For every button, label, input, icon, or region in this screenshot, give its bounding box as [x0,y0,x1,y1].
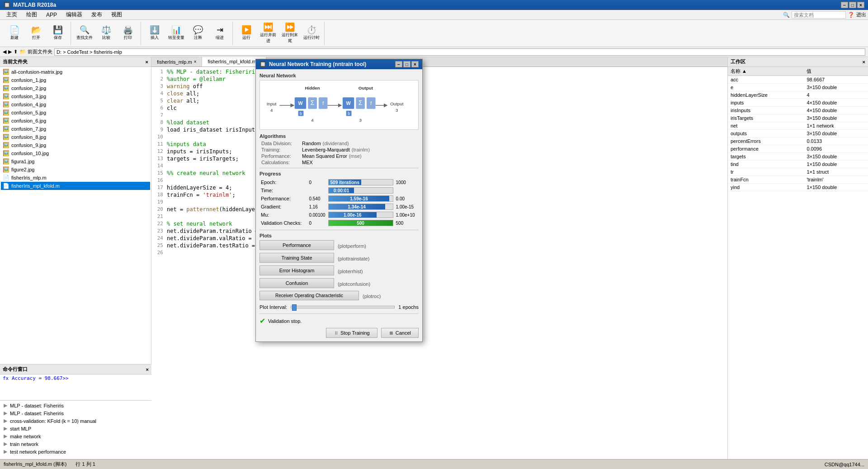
print-btn[interactable]: 🖨️ 打印 [118,23,138,44]
workspace-row[interactable]: targets 3×150 double [728,153,868,161]
algo-tr-value: Levenberg-Marquardt [302,147,350,152]
address-path[interactable]: D: > CodeTest > fisheriris-mlp [54,48,865,56]
dialog-buttons: ⏸ Stop Training ⏹ Cancel [259,328,419,338]
file-item[interactable]: 🖼️ confusion_4.jpg [1,100,150,109]
menu-publish[interactable]: 发布 [87,10,107,19]
menu-plot[interactable]: 绘图 [22,10,42,19]
dialog-minimize-btn[interactable]: − [395,61,402,67]
help-icon: ❓ [848,12,854,18]
workspace-row[interactable]: tr 1×1 struct [728,168,868,176]
history-item[interactable]: ▶ start MLP [2,425,150,432]
run-btn[interactable]: ▶️ 运行 [236,23,256,44]
workspace-row[interactable]: yind 1×150 double [728,184,868,191]
command-window-close-icon[interactable]: × [146,367,149,372]
tab-fisheriris-mlp[interactable]: fisherIris_mlp.m × [151,57,202,66]
workspace-row[interactable]: net 1×1 network [728,122,868,130]
interval-slider[interactable] [291,303,395,311]
file-item[interactable]: 🖼️ confusion_7.jpg [1,125,150,133]
save-btn[interactable]: 💾 保存 [48,23,68,44]
svg-text:Σ: Σ [359,99,363,106]
slider-thumb[interactable] [292,304,297,311]
file-item[interactable]: 📄 fisherIris_mlp.m [1,174,150,182]
dialog-maximize-btn[interactable]: □ [403,61,410,67]
dialog-title-bar: 🔲 Neural Network Training (nntrain tool)… [256,59,422,69]
var-btn[interactable]: 📊 转至变量 [166,23,186,44]
search-input[interactable] [792,11,846,19]
var-value: 3×150 double [804,84,868,91]
browse-icon[interactable]: 📁 [19,49,26,55]
workspace-row[interactable]: acc 98.6667 [728,76,868,84]
file-item[interactable]: 🖼️ confusion_3.jpg [1,92,150,100]
workspace-close-icon[interactable]: × [863,59,865,65]
menu-home[interactable]: 主页 [2,10,22,19]
indent-btn[interactable]: ⇥ 缩进 [210,23,230,44]
run-timer-btn[interactable]: ⏱️ 运行计时 [302,23,321,44]
workspace-row[interactable]: irisTargets 3×150 double [728,114,868,122]
file-item[interactable]: 🖼️ confusion_5.jpg [1,109,150,117]
plot-error-histogram-btn[interactable]: Error Histogram [259,265,334,275]
menu-editor[interactable]: 编辑器 [61,10,87,19]
history-item[interactable]: ▶ test network performance [2,448,150,455]
compare-btn[interactable]: ⚖️ 比较 [96,23,116,44]
plot-roc-btn[interactable]: Receiver Operating Characteristic [259,291,359,300]
workspace-col-name[interactable]: 名称 ▲ [728,67,804,76]
status-user: CSDN@qq1744... [825,462,864,467]
run-end-btn[interactable]: ⏩ 运行到末尾 [280,23,300,44]
history-item[interactable]: ▶ MLP - dataset: Fisheriris [2,409,150,417]
run-advance-btn[interactable]: ⏭️ 运行并前进 [258,23,278,44]
insert-btn[interactable]: ⬇️ 插入 [145,23,165,44]
workspace-row[interactable]: e 3×150 double [728,84,868,91]
open-btn[interactable]: 📂 打开 [26,23,46,44]
workspace-row[interactable]: hiddenLayerSize 4 [728,91,868,99]
file-item[interactable]: 🖼️ confusion_8.jpg [1,133,150,141]
file-item-selected[interactable]: 📄 fisherIris_mpl_kfold.m [1,182,150,190]
history-text: train network [10,441,38,447]
maximize-btn[interactable]: □ [849,2,856,8]
history-item[interactable]: ▶ train network [2,440,150,448]
workspace-row[interactable]: inputs 4×150 double [728,99,868,107]
nntrain-dialog[interactable]: 🔲 Neural Network Training (nntrain tool)… [255,59,423,342]
minimize-btn[interactable]: − [841,2,848,8]
menu-view[interactable]: 视图 [107,10,127,19]
var-value: 'trainlm' [804,176,868,184]
history-item[interactable]: ▶ MLP - dataset: Fisheriris [2,402,150,409]
workspace-row[interactable]: percentErrors 0.0133 [728,137,868,145]
forward-icon[interactable]: ▶ [8,49,12,55]
workspace-row[interactable]: outputs 3×150 double [728,130,868,137]
find-btn[interactable]: 🔍 查找文件 [75,23,94,44]
dialog-close-btn[interactable]: × [411,61,419,67]
file-item[interactable]: 🖼️ figura1.jpg [1,157,150,166]
workspace-row[interactable]: irisInputs 4×150 double [728,107,868,114]
back-icon[interactable]: ◀ [3,49,6,55]
file-item[interactable]: 🖼️ confusion_10.jpg [1,149,150,157]
cancel-btn[interactable]: ⏹ Cancel [381,328,419,338]
workspace-row[interactable]: performance 0.0096 [728,145,868,153]
code-editor[interactable]: 1 %% MLP - dataset: Fisheriris 2 %author… [151,67,727,459]
file-item[interactable]: 🖼️ all-confusion-matrix.jpg [1,68,150,76]
workspace-col-value[interactable]: 值 [804,67,868,76]
file-item[interactable]: 🖼️ confusion_9.jpg [1,141,150,149]
file-item[interactable]: 🖼️ figure2.jpg [1,166,150,174]
comment-btn[interactable]: 💬 注释 [188,23,208,44]
new-btn[interactable]: 📄 新建 [5,23,24,44]
file-item[interactable]: 🖼️ confusion_1.jpg [1,76,150,84]
up-icon[interactable]: ⬆ [14,49,18,55]
file-browser-close-icon[interactable]: × [146,59,148,65]
dialog-title: Neural Network Training (nntrain tool) [269,61,394,67]
file-item[interactable]: 🖼️ confusion_2.jpg [1,84,150,92]
file-item[interactable]: 🖼️ confusion_6.jpg [1,117,150,125]
tab-close-icon[interactable]: × [194,59,197,64]
history-item[interactable]: ▶ cross-validation: KFold (k = 10) manua… [2,417,150,425]
plot-performance-btn[interactable]: Performance [259,240,334,250]
workspace-row[interactable]: tind 1×150 double [728,161,868,168]
history-item[interactable]: ▶ make network [2,432,150,440]
workspace-row[interactable]: trainFcn 'trainlm' [728,176,868,184]
insert-label: 插入 [151,35,159,41]
window-title: MATLAB R2018a [13,2,841,8]
close-btn[interactable]: × [857,2,864,8]
plot-confusion-btn[interactable]: Confusion [259,278,334,288]
stop-training-btn[interactable]: ⏸ Stop Training [326,328,377,338]
menu-app[interactable]: APP [42,11,61,19]
title-bar: 🔲 MATLAB R2018a − □ × [0,0,868,10]
plot-training-state-btn[interactable]: Training State [259,253,334,263]
